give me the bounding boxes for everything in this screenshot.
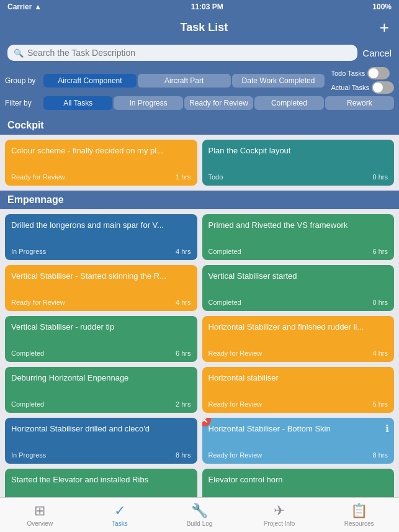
- card-e3-title: Vertical Stabiliser - Started skinning t…: [5, 265, 197, 296]
- status-bar-right: 100%: [372, 2, 392, 11]
- card-e7-title: Deburring Horizontal Enpennage: [5, 367, 197, 398]
- todo-tasks-label: Todo Tasks: [331, 70, 365, 77]
- card-c1[interactable]: Colour scheme - finally decided on my pl…: [5, 140, 197, 186]
- card-e4[interactable]: Vertical Stabiliser started Completed 0 …: [202, 265, 395, 311]
- card-e9[interactable]: Horizontal Stabiliser drilled and cleco'…: [5, 418, 197, 464]
- card-e4-status: Completed: [208, 299, 241, 306]
- cancel-button[interactable]: Cancel: [362, 48, 392, 58]
- filter-rework[interactable]: Rework: [325, 96, 394, 110]
- card-e3-hours: 4 hrs: [176, 299, 191, 306]
- section-cockpit-title: Cockpit: [7, 120, 44, 130]
- card-e10-title: Horizontal Stabiliser - Bottom Skin: [202, 418, 395, 449]
- card-e5-footer: Completed 6 hrs: [5, 347, 197, 362]
- tab-project-info[interactable]: ✈ Project Info: [240, 503, 320, 527]
- card-e6[interactable]: Horizontal Stabilizer and finished rudde…: [202, 316, 395, 362]
- group-by-date-work-completed[interactable]: Date Work Completed: [232, 74, 325, 88]
- card-c2-footer: Todo 0 hrs: [202, 171, 395, 186]
- search-input-wrap: 🔍: [7, 45, 357, 61]
- filter-ready-for-review[interactable]: Ready for Review: [184, 96, 253, 110]
- group-by-row: Group by Aircraft Component Aircraft Par…: [5, 67, 394, 94]
- section-cockpit: Cockpit: [0, 116, 399, 135]
- tab-build-log[interactable]: 🔧 Build Log: [159, 503, 240, 527]
- card-c2-status: Todo: [208, 173, 223, 181]
- card-e3[interactable]: Vertical Stabiliser - Started skinning t…: [5, 265, 197, 311]
- card-e10-footer: Ready for Review 8 hrs: [202, 449, 395, 464]
- card-e9-footer: In Progress 8 hrs: [5, 449, 197, 464]
- group-by-aircraft-part[interactable]: Aircraft Part: [138, 74, 231, 88]
- todo-tasks-toggle[interactable]: [367, 67, 390, 79]
- info-button[interactable]: ℹ: [385, 423, 389, 435]
- cockpit-cards-grid: Colour scheme - finally decided on my pl…: [0, 135, 399, 191]
- status-bar: Carrier ▲ 11:03 PM 100%: [0, 0, 399, 14]
- card-e1-footer: In Progress 4 hrs: [5, 245, 197, 260]
- card-e9-status: In Progress: [11, 451, 46, 459]
- card-e1[interactable]: Drilled the longerons and main spar for …: [5, 214, 197, 260]
- card-e2-title: Primed and Rivetted the VS framework: [202, 214, 395, 245]
- project-info-icon: ✈: [274, 503, 285, 519]
- card-e4-title: Vertical Stabiliser started: [202, 265, 395, 296]
- card-e8-status: Ready for Review: [208, 400, 262, 408]
- card-e4-hours: 0 hrs: [373, 299, 388, 306]
- card-e4-footer: Completed 0 hrs: [202, 296, 395, 311]
- section-empennage: Empennage: [0, 191, 399, 209]
- tab-project-info-label: Project Info: [264, 520, 295, 527]
- card-e5-hours: 6 hrs: [176, 349, 191, 357]
- card-e1-status: In Progress: [11, 248, 46, 255]
- card-c2[interactable]: Plan the Cockpit layout Todo 0 hrs: [202, 140, 395, 186]
- card-e7-footer: Completed 2 hrs: [5, 398, 197, 413]
- card-e11-title: Started the Elevator and installed Ribs: [5, 469, 197, 500]
- time-label: 11:03 PM: [191, 2, 223, 11]
- section-empennage-title: Empennage: [7, 194, 64, 205]
- card-e6-status: Ready for Review: [208, 349, 262, 357]
- card-e7[interactable]: Deburring Horizontal Enpennage Completed…: [5, 367, 197, 413]
- card-e5-title: Vertical Stabiliser - rudder tip: [5, 316, 197, 347]
- card-e5[interactable]: Vertical Stabiliser - rudder tip Complet…: [5, 316, 197, 362]
- card-e6-footer: Ready for Review 4 hrs: [202, 347, 395, 362]
- page-title: Task List: [29, 21, 380, 34]
- card-e1-hours: 4 hrs: [176, 248, 191, 255]
- tab-resources[interactable]: 📋 Resources: [319, 503, 399, 527]
- filter-in-progress[interactable]: In Progress: [114, 96, 182, 110]
- tab-build-log-label: Build Log: [187, 520, 213, 527]
- card-c1-status: Ready for Review: [11, 173, 65, 181]
- card-e6-title: Horizontal Stabilizer and finished rudde…: [202, 316, 395, 347]
- card-e9-title: Horizontal Stabiliser drilled and cleco'…: [5, 418, 197, 449]
- filter-by-label: Filter by: [5, 99, 41, 107]
- card-e2-hours: 6 hrs: [373, 248, 388, 255]
- filter-completed[interactable]: Completed: [254, 96, 323, 110]
- tasks-icon: ✓: [114, 503, 125, 519]
- filter-by-segmented: All Tasks In Progress Ready for Review C…: [43, 96, 394, 110]
- tab-overview-label: Overview: [27, 520, 53, 527]
- add-button[interactable]: +: [380, 18, 389, 37]
- card-e5-status: Completed: [11, 349, 44, 357]
- tab-tasks-label: Tasks: [112, 520, 128, 527]
- main-content: Cockpit Colour scheme - finally decided …: [0, 116, 399, 532]
- actual-tasks-toggle-row: Actual Tasks: [331, 81, 394, 94]
- card-e9-hours: 8 hrs: [176, 451, 191, 459]
- tab-overview[interactable]: ⊞ Overview: [0, 503, 80, 527]
- card-c2-title: Plan the Cockpit layout: [202, 140, 395, 171]
- filter-container: Group by Aircraft Component Aircraft Par…: [0, 65, 399, 116]
- group-by-aircraft-component[interactable]: Aircraft Component: [43, 74, 137, 88]
- card-c2-hours: 0 hrs: [373, 173, 388, 181]
- search-input[interactable]: [27, 48, 351, 58]
- card-e8[interactable]: Horizontal stabiliser Ready for Review 5…: [202, 367, 395, 413]
- search-icon: 🔍: [14, 48, 24, 58]
- actual-tasks-label: Actual Tasks: [331, 84, 369, 91]
- empennage-cards-grid: Drilled the longerons and main spar for …: [0, 209, 399, 532]
- card-e10[interactable]: ✕ ℹ Horizontal Stabiliser - Bottom Skin …: [202, 418, 395, 464]
- filter-all-tasks[interactable]: All Tasks: [43, 96, 112, 110]
- carrier-label: Carrier: [7, 2, 32, 11]
- actual-tasks-toggle[interactable]: [372, 81, 394, 94]
- search-bar-container: 🔍 Cancel: [0, 41, 399, 65]
- card-e7-status: Completed: [11, 400, 44, 408]
- toggle-group: Todo Tasks Actual Tasks: [331, 67, 394, 94]
- card-e2-footer: Completed 6 hrs: [202, 245, 395, 260]
- card-e7-hours: 2 hrs: [176, 400, 191, 408]
- card-e2[interactable]: Primed and Rivetted the VS framework Com…: [202, 214, 395, 260]
- card-e3-status: Ready for Review: [11, 299, 65, 306]
- filter-by-row: Filter by All Tasks In Progress Ready fo…: [5, 96, 394, 110]
- card-e6-hours: 4 hrs: [373, 349, 388, 357]
- tab-tasks[interactable]: ✓ Tasks: [80, 503, 160, 527]
- card-e2-status: Completed: [208, 248, 241, 255]
